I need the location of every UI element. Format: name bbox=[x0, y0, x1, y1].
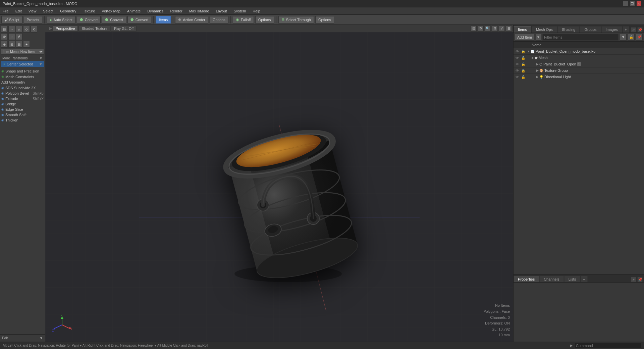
extrude-item[interactable]: ◉ Extrude Shift+X bbox=[0, 96, 45, 101]
action-center-button[interactable]: ⊕ Action Center bbox=[175, 16, 208, 23]
menu-select[interactable]: Select bbox=[42, 8, 55, 14]
viewport-expand-button[interactable]: ⤢ bbox=[499, 26, 505, 32]
menu-file[interactable]: File bbox=[1, 8, 10, 14]
lock-icon-texture[interactable]: 🔒 bbox=[521, 68, 526, 73]
tool-icon-7[interactable]: ↔ bbox=[8, 33, 15, 40]
eye-icon-bucket[interactable]: 👁 bbox=[515, 62, 520, 66]
tool-icon-12[interactable]: ✦ bbox=[23, 41, 30, 48]
menu-maxtomodo[interactable]: MaxToModo bbox=[188, 8, 211, 14]
options3-button[interactable]: Options bbox=[315, 16, 334, 23]
minimize-button[interactable]: — bbox=[623, 1, 628, 6]
viewport-tab-raygl[interactable]: Ray GL: Off bbox=[111, 26, 137, 32]
convert3-button[interactable]: ⬟ Convert bbox=[127, 16, 152, 23]
tool-icon-9[interactable]: ⊕ bbox=[1, 41, 8, 48]
tool-icon-11[interactable]: ⊟ bbox=[16, 41, 22, 48]
viewport-settings-button[interactable]: ⚙ bbox=[492, 26, 498, 32]
item-menu-select[interactable]: Item Menu: New Item bbox=[1, 49, 44, 55]
viewport-canvas[interactable]: X Y Z No Items Polygons : Face Channels:… bbox=[45, 32, 513, 342]
viewport-frame-button[interactable]: ⊡ bbox=[471, 26, 477, 32]
viewport-tab-perspective[interactable]: Perspective bbox=[53, 26, 78, 32]
menu-animate[interactable]: Animate bbox=[126, 8, 142, 14]
tab-properties[interactable]: Properties bbox=[514, 276, 539, 282]
convert1-button[interactable]: ⬟ Convert bbox=[77, 16, 101, 23]
menu-render[interactable]: Render bbox=[169, 8, 184, 14]
maximize-button[interactable]: ❐ bbox=[630, 1, 635, 6]
eye-icon-texture[interactable]: 👁 bbox=[515, 68, 520, 73]
tab-channels[interactable]: Channels bbox=[539, 276, 564, 282]
tool-icon-1[interactable]: ⊡ bbox=[1, 26, 8, 33]
items-pin-button[interactable]: 📌 bbox=[636, 34, 643, 41]
viewport-tab-shaded[interactable]: Shaded Texture bbox=[78, 26, 110, 32]
center-selected-item[interactable]: ⊕ Center Selected ▼ bbox=[1, 61, 44, 67]
presets-button[interactable]: Presets bbox=[24, 16, 42, 23]
lock-icon-light[interactable]: 🔒 bbox=[521, 74, 526, 79]
tool-icon-10[interactable]: ⊞ bbox=[8, 41, 15, 48]
smooth-shift-item[interactable]: ◉ Smooth Shift bbox=[0, 112, 45, 117]
items-lock-button[interactable]: 🔒 bbox=[628, 34, 635, 41]
lock-icon-bucket[interactable]: 🔒 bbox=[521, 62, 526, 66]
tab-mesh-ops[interactable]: Mesh Ops bbox=[532, 26, 557, 33]
sds-subdivide-item[interactable]: ◉ SDS Subdivide 2X bbox=[0, 85, 45, 91]
expand-arrow-light[interactable]: ▶ bbox=[536, 75, 539, 79]
right-top-pin-button[interactable]: 📌 bbox=[637, 27, 643, 33]
items-row-root[interactable]: 👁 🔒 ▼ 📄 Paint_Bucket_Open_modo_base.lxo bbox=[514, 48, 644, 55]
viewport-menu-button[interactable]: ☰ bbox=[506, 26, 512, 32]
right-bottom-pin-button[interactable]: 📌 bbox=[637, 277, 643, 282]
menu-layout[interactable]: Layout bbox=[215, 8, 228, 14]
lock-icon-root[interactable]: 🔒 bbox=[521, 49, 526, 54]
tab-images[interactable]: Images bbox=[601, 26, 622, 33]
more-transforms-header[interactable]: More Transforms ▼ bbox=[1, 55, 44, 61]
auto-select-button[interactable]: ● Auto Select bbox=[47, 16, 75, 23]
expand-arrow-root[interactable]: ▼ bbox=[527, 50, 530, 53]
snaps-precision-item[interactable]: ◈ Snaps and Precision bbox=[0, 68, 45, 74]
menu-help[interactable]: Help bbox=[251, 8, 262, 14]
polygon-bevel-item[interactable]: ◉ Polygon Bevel Shift+B bbox=[0, 91, 45, 96]
filter-dropdown[interactable]: ▼ bbox=[620, 34, 627, 41]
menu-vertex-map[interactable]: Vertex Map bbox=[100, 8, 122, 14]
tool-icon-4[interactable]: ◇ bbox=[23, 26, 30, 33]
mesh-constraints-item[interactable]: ◈ Mesh Constraints bbox=[0, 74, 45, 80]
items-row-mesh[interactable]: 👁 🔒 ▶ ⬟ Mesh bbox=[514, 55, 644, 61]
tab-groups[interactable]: Groups bbox=[580, 26, 601, 33]
tool-icon-2[interactable]: ○ bbox=[8, 26, 15, 33]
options1-button[interactable]: Options bbox=[210, 16, 228, 23]
add-item-button[interactable]: Add Item bbox=[515, 34, 534, 41]
right-top-expand-button[interactable]: ⤢ bbox=[631, 27, 636, 33]
select-through-button[interactable]: ⊞ Select Through bbox=[278, 16, 314, 23]
menu-texture[interactable]: Texture bbox=[82, 8, 96, 14]
sculpt-button[interactable]: 🖌 Sculpt bbox=[1, 16, 22, 23]
viewport-zoom-button[interactable]: 🔍 bbox=[485, 26, 491, 32]
lock-icon-mesh[interactable]: 🔒 bbox=[521, 55, 526, 60]
tool-icon-6[interactable]: ⟳ bbox=[1, 33, 8, 40]
command-input[interactable] bbox=[574, 343, 641, 349]
close-button[interactable]: ✕ bbox=[637, 1, 641, 6]
tool-icon-5[interactable]: ⟲ bbox=[31, 26, 37, 33]
tab-add-bottom[interactable]: + bbox=[581, 276, 587, 282]
add-geometry-item[interactable]: Add Geometry bbox=[0, 80, 45, 85]
viewport-orbit-button[interactable]: ↻ bbox=[478, 26, 484, 32]
items-list[interactable]: 👁 🔒 ▼ 📄 Paint_Bucket_Open_modo_base.lxo … bbox=[514, 48, 644, 274]
expand-arrow-texture[interactable]: ▶ bbox=[536, 69, 539, 72]
menu-dynamics[interactable]: Dynamics bbox=[146, 8, 165, 14]
items-row-texture[interactable]: 👁 🔒 ▶ 🎨 Texture Group bbox=[514, 67, 644, 74]
tool-icon-3[interactable]: △ bbox=[16, 26, 22, 33]
thicken-item[interactable]: ◉ Thicken bbox=[0, 117, 45, 123]
options2-button[interactable]: Options bbox=[255, 16, 274, 23]
filter-items-input[interactable] bbox=[542, 34, 619, 41]
tab-lists[interactable]: Lists bbox=[564, 276, 581, 282]
eye-icon-root[interactable]: 👁 bbox=[515, 49, 520, 54]
expand-arrow-bucket[interactable]: ▶ bbox=[536, 62, 539, 66]
tab-add[interactable]: + bbox=[623, 26, 629, 33]
tab-items[interactable]: Items bbox=[514, 26, 531, 33]
right-bottom-expand-button[interactable]: ⤢ bbox=[631, 277, 636, 282]
items-button[interactable]: Items bbox=[156, 16, 171, 23]
tool-icon-8[interactable]: A bbox=[16, 33, 22, 40]
eye-icon-mesh[interactable]: 👁 bbox=[515, 55, 520, 60]
edge-slice-item[interactable]: ◉ Edge Slice bbox=[0, 107, 45, 112]
menu-edit[interactable]: Edit bbox=[14, 8, 23, 14]
convert2-button[interactable]: ⬟ Convert bbox=[102, 16, 126, 23]
bridge-item[interactable]: ◉ Bridge bbox=[0, 101, 45, 107]
tab-shading[interactable]: Shading bbox=[557, 26, 580, 33]
edit-header[interactable]: Edit ▼ bbox=[1, 335, 44, 341]
items-row-light[interactable]: 👁 🔒 ▶ 💡 Directional Light bbox=[514, 74, 644, 80]
